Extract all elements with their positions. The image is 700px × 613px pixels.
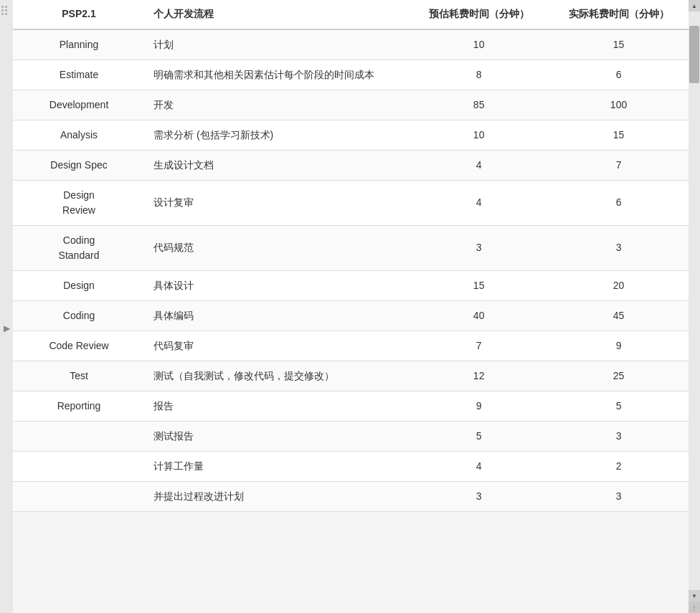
col1-header: PSP2.1 [13, 0, 145, 29]
table-row: Code Review代码复审79 [13, 331, 689, 361]
cell-estimated-time: 85 [409, 90, 549, 120]
cell-psp-phase: Design [13, 270, 145, 300]
cell-description: 计算工作量 [145, 451, 409, 481]
page-container: ▶ PSP2.1 个人开发流程 预估耗费时间（分钟） 实际耗费时间（分钟） [0, 0, 700, 613]
cell-psp-phase [13, 481, 145, 511]
table-row: Test测试（自我测试，修改代码，提交修改）1225 [13, 361, 689, 391]
right-scrollbar: ▲ ▼ ⋮ [689, 0, 700, 613]
cell-actual-time: 7 [549, 150, 689, 180]
cell-estimated-time: 9 [409, 391, 549, 421]
table-row: Reporting报告95 [13, 391, 689, 421]
cell-description: 报告 [145, 391, 409, 421]
left-sidebar: ▶ [0, 0, 13, 613]
cell-description: 并提出过程改进计划 [145, 481, 409, 511]
cell-estimated-time: 10 [409, 120, 549, 150]
col2-header: 个人开发流程 [145, 0, 409, 29]
cell-estimated-time: 7 [409, 331, 549, 361]
table-header-row: PSP2.1 个人开发流程 预估耗费时间（分钟） 实际耗费时间（分钟） [13, 0, 689, 29]
table-row: 并提出过程改进计划33 [13, 481, 689, 511]
cell-actual-time: 15 [549, 29, 689, 60]
cell-actual-time: 45 [549, 300, 689, 331]
cell-psp-phase [13, 421, 145, 451]
cell-estimated-time: 4 [409, 150, 549, 180]
cell-psp-phase: Analysis [13, 120, 145, 150]
table-wrapper: PSP2.1 个人开发流程 预估耗费时间（分钟） 实际耗费时间（分钟） Plan… [13, 0, 689, 512]
table-row: Coding Standard代码规范33 [13, 225, 689, 270]
cell-description: 代码复审 [145, 331, 409, 361]
cell-description: 代码规范 [145, 225, 409, 270]
cell-description: 生成设计文档 [145, 150, 409, 180]
cell-estimated-time: 3 [409, 225, 549, 270]
cell-estimated-time: 4 [409, 180, 549, 225]
scroll-menu-button[interactable]: ⋮ [689, 602, 700, 613]
cell-psp-phase: Coding Standard [13, 225, 145, 270]
cell-actual-time: 3 [549, 481, 689, 511]
cell-psp-phase: Design Review [13, 180, 145, 225]
table-row: Development开发85100 [13, 90, 689, 120]
cell-actual-time: 3 [549, 225, 689, 270]
cell-estimated-time: 12 [409, 361, 549, 391]
cell-psp-phase: Code Review [13, 331, 145, 361]
cell-actual-time: 6 [549, 60, 689, 90]
cell-actual-time: 2 [549, 451, 689, 481]
cell-description: 具体编码 [145, 300, 409, 331]
cell-estimated-time: 40 [409, 300, 549, 331]
scrollbar-thumb[interactable] [689, 26, 699, 83]
table-row: 测试报告53 [13, 421, 689, 451]
cell-actual-time: 6 [549, 180, 689, 225]
table-row: Coding具体编码4045 [13, 300, 689, 331]
cell-actual-time: 5 [549, 391, 689, 421]
psp-table: PSP2.1 个人开发流程 预估耗费时间（分钟） 实际耗费时间（分钟） Plan… [13, 0, 689, 512]
table-row: Design Review设计复审46 [13, 180, 689, 225]
main-content: PSP2.1 个人开发流程 预估耗费时间（分钟） 实际耗费时间（分钟） Plan… [13, 0, 689, 613]
cell-actual-time: 15 [549, 120, 689, 150]
cell-actual-time: 20 [549, 270, 689, 300]
cell-estimated-time: 3 [409, 481, 549, 511]
cell-actual-time: 9 [549, 331, 689, 361]
cell-description: 需求分析 (包括学习新技术) [145, 120, 409, 150]
table-row: Design Spec生成设计文档47 [13, 150, 689, 180]
table-row: 计算工作量42 [13, 451, 689, 481]
scrollbar-track[interactable] [689, 11, 700, 590]
cell-actual-time: 3 [549, 421, 689, 451]
scroll-up-button[interactable]: ▲ [689, 0, 700, 11]
cell-description: 测试报告 [145, 421, 409, 451]
cell-psp-phase: Test [13, 361, 145, 391]
drag-dots-icon [1, 6, 7, 15]
cell-estimated-time: 8 [409, 60, 549, 90]
cell-psp-phase: Design Spec [13, 150, 145, 180]
cell-actual-time: 25 [549, 361, 689, 391]
col4-header: 实际耗费时间（分钟） [549, 0, 689, 29]
cell-psp-phase: Estimate [13, 60, 145, 90]
cell-estimated-time: 4 [409, 451, 549, 481]
cell-description: 具体设计 [145, 270, 409, 300]
cell-psp-phase: Coding [13, 300, 145, 331]
cell-description: 设计复审 [145, 180, 409, 225]
scroll-down-button[interactable]: ▼ [689, 590, 700, 602]
cell-description: 测试（自我测试，修改代码，提交修改） [145, 361, 409, 391]
table-row: Planning计划1015 [13, 29, 689, 60]
table-row: Estimate明确需求和其他相关因素估计每个阶段的时间成本86 [13, 60, 689, 90]
cell-psp-phase: Reporting [13, 391, 145, 421]
cell-actual-time: 100 [549, 90, 689, 120]
cell-description: 开发 [145, 90, 409, 120]
col3-header: 预估耗费时间（分钟） [409, 0, 549, 29]
cell-estimated-time: 10 [409, 29, 549, 60]
sidebar-collapse-button[interactable]: ▶ [4, 323, 10, 333]
cell-psp-phase [13, 451, 145, 481]
cell-psp-phase: Development [13, 90, 145, 120]
cell-description: 明确需求和其他相关因素估计每个阶段的时间成本 [145, 60, 409, 90]
cell-estimated-time: 5 [409, 421, 549, 451]
cell-description: 计划 [145, 29, 409, 60]
table-row: Analysis需求分析 (包括学习新技术)1015 [13, 120, 689, 150]
cell-psp-phase: Planning [13, 29, 145, 60]
cell-estimated-time: 15 [409, 270, 549, 300]
table-row: Design具体设计1520 [13, 270, 689, 300]
